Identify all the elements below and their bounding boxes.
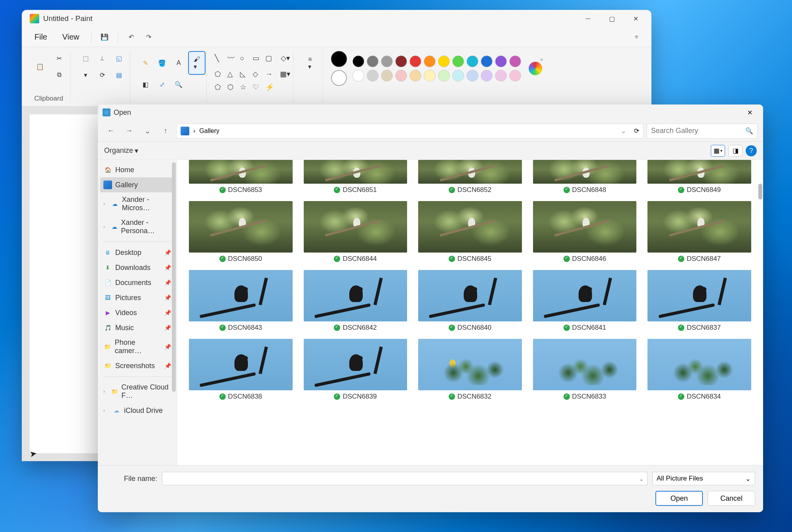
select-icon[interactable]: ⬚	[78, 51, 93, 65]
edit-colors-button[interactable]: ＋	[527, 57, 544, 80]
select-dd-icon[interactable]: ▾	[78, 68, 93, 82]
filetype-filter[interactable]: All Picture Files⌄	[652, 472, 755, 485]
color-swatch[interactable]	[395, 55, 407, 67]
shape-fill-dd[interactable]: ▦▾	[278, 67, 292, 81]
color-swatch[interactable]	[495, 55, 507, 67]
file-thumbnail[interactable]: DSCN6839	[304, 339, 407, 401]
file-thumbnail[interactable]: DSCN6848	[533, 160, 637, 194]
color-swatch[interactable]	[395, 70, 407, 82]
shape-diamond-icon[interactable]: ◇	[253, 70, 264, 78]
open-button[interactable]: Open	[655, 491, 703, 506]
file-thumbnail[interactable]: DSCN6841	[533, 270, 637, 332]
nav-forward-button[interactable]: →	[122, 124, 137, 139]
sidebar-scrollbar[interactable]	[172, 162, 176, 392]
color-swatch[interactable]	[452, 55, 464, 67]
shape-curve-icon[interactable]: 〰	[227, 54, 238, 63]
shape-bolt-icon[interactable]: ⚡	[265, 83, 276, 91]
color-swatch[interactable]	[495, 70, 507, 82]
filename-input[interactable]: ⌄	[162, 472, 647, 485]
menu-view[interactable]: View	[57, 30, 85, 44]
shape-rect-icon[interactable]: ▭	[253, 54, 264, 63]
search-icon[interactable]: 🔍	[745, 127, 753, 135]
file-thumbnail[interactable]: DSCN6844	[304, 201, 407, 263]
color-swatch[interactable]	[466, 70, 478, 82]
shape-outline-dd[interactable]: ◇▾	[278, 51, 292, 65]
redo-icon[interactable]: ↷	[142, 30, 155, 44]
shape-hex-icon[interactable]: ⬡	[227, 83, 238, 91]
pin-icon[interactable]: 📌	[164, 325, 171, 331]
file-thumbnail[interactable]: DSCN6853	[189, 160, 293, 194]
sidebar-item-onedrive-1[interactable]: ›☁Xander - Micros…	[98, 192, 177, 215]
eraser-icon[interactable]: ◧	[138, 77, 152, 91]
view-thumbnails-button[interactable]: ▦ ▾	[711, 145, 725, 157]
maximize-button[interactable]: ▢	[600, 11, 624, 27]
undo-icon[interactable]: ↶	[124, 30, 138, 44]
file-thumbnail[interactable]: DSCN6838	[189, 339, 293, 401]
color-swatch[interactable]	[424, 55, 436, 67]
sidebar-item-screenshots[interactable]: 📁Screenshots📌	[98, 358, 177, 373]
flip-icon[interactable]: ▤	[112, 68, 126, 82]
sidebar-item-phone[interactable]: 📁Phone camer…📌	[98, 335, 177, 358]
text-icon[interactable]: A	[171, 56, 186, 70]
color-swatch[interactable]	[424, 70, 436, 82]
pin-icon[interactable]: 📌	[164, 344, 171, 350]
save-icon[interactable]: 💾	[98, 30, 111, 44]
pencil-icon[interactable]: ✎	[138, 56, 152, 70]
color-swatch[interactable]	[438, 55, 450, 67]
pin-icon[interactable]: 📌	[164, 310, 171, 316]
file-thumbnail[interactable]: DSCN6842	[304, 270, 407, 332]
refresh-icon[interactable]: ⟳	[634, 127, 639, 135]
sidebar-item-onedrive-2[interactable]: ›☁Xander - Persona…	[98, 215, 177, 238]
brush-button[interactable]: 🖌▾	[188, 51, 206, 75]
sidebar-item-icloud[interactable]: ›☁iCloud Drive	[98, 403, 177, 418]
color-swatch[interactable]	[438, 70, 450, 82]
pin-icon[interactable]: 📌	[164, 264, 171, 271]
color1-swatch[interactable]	[331, 51, 347, 67]
copilot-icon[interactable]: ᯤ	[631, 30, 644, 44]
sidebar-item-gallery[interactable]: Gallery	[100, 177, 174, 192]
file-thumbnail[interactable]: DSCN6847	[647, 201, 751, 263]
shape-arrow-icon[interactable]: →	[265, 70, 276, 78]
magnify-icon[interactable]: 🔍	[171, 77, 186, 91]
file-thumbnail[interactable]: DSCN6834	[647, 339, 751, 401]
grid-scrollbar[interactable]	[758, 184, 762, 200]
fill-icon[interactable]: 🪣	[155, 56, 169, 70]
sidebar-item-documents[interactable]: 📄Documents📌	[98, 275, 177, 290]
shape-pent-icon[interactable]: ⬠	[215, 83, 226, 91]
sidebar-item-music[interactable]: 🎵Music📌	[98, 320, 177, 335]
shape-star-icon[interactable]: ☆	[240, 83, 251, 91]
nav-back-button[interactable]: ←	[103, 124, 118, 139]
color-swatch[interactable]	[481, 70, 493, 82]
color-swatch[interactable]	[466, 55, 478, 67]
shape-rtri-icon[interactable]: ◺	[240, 70, 251, 78]
resize-icon[interactable]: ◱	[112, 51, 126, 65]
shape-heart-icon[interactable]: ♡	[253, 83, 264, 91]
preview-pane-button[interactable]: ◨	[728, 145, 742, 157]
pin-icon[interactable]: 📌	[164, 294, 171, 301]
color2-swatch[interactable]	[331, 70, 347, 86]
color-swatch[interactable]	[381, 55, 393, 67]
file-thumbnail[interactable]: DSCN6845	[418, 201, 522, 263]
file-thumbnail[interactable]: DSCN6846	[533, 201, 637, 263]
shape-poly-icon[interactable]: ⬠	[215, 70, 226, 78]
file-thumbnail[interactable]: DSCN6850	[189, 201, 293, 263]
color-swatch[interactable]	[352, 70, 364, 82]
nav-recent-button[interactable]: ⌄	[140, 124, 155, 139]
file-thumbnail[interactable]: DSCN6851	[304, 160, 407, 194]
pin-icon[interactable]: 📌	[164, 279, 171, 286]
organize-button[interactable]: Organize▾	[104, 146, 138, 155]
sidebar-item-home[interactable]: 🏠Home	[98, 162, 177, 177]
search-input[interactable]	[651, 127, 745, 135]
color-swatch[interactable]	[409, 55, 421, 67]
breadcrumb[interactable]: › Gallery ⌄ ⟳	[176, 124, 644, 139]
pin-icon[interactable]: 📌	[164, 249, 171, 256]
color-swatch[interactable]	[367, 55, 379, 67]
shape-rrect-icon[interactable]: ▢	[265, 54, 276, 63]
cut-icon[interactable]: ✂	[52, 51, 66, 65]
paste-button[interactable]: 📋	[31, 55, 49, 78]
menu-file[interactable]: File	[29, 30, 53, 44]
file-thumbnail[interactable]: DSCN6840	[418, 270, 522, 332]
sidebar-item-downloads[interactable]: ⬇Downloads📌	[98, 260, 177, 275]
color-swatch[interactable]	[367, 70, 379, 82]
sidebar-item-pictures[interactable]: 🖼Pictures📌	[98, 290, 177, 305]
